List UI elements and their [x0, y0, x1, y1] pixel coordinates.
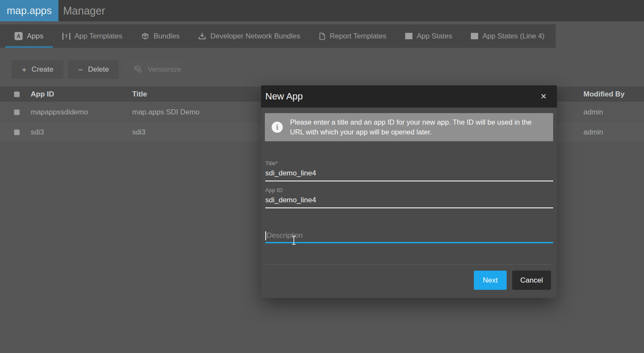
tab-label: App States (Line 4) — [482, 32, 545, 41]
row-checkbox[interactable] — [14, 129, 20, 135]
footer-divider — [265, 264, 553, 265]
tab-app-states-line4[interactable]: App States (Line 4) — [461, 24, 554, 48]
app-id-field-label: App ID: — [265, 187, 553, 193]
title-input[interactable]: sdi_demo_line4 — [265, 169, 553, 178]
next-button[interactable]: Next — [474, 271, 507, 290]
title-field: Title* sdi_demo_line4 — [265, 160, 553, 181]
info-text: Please enter a title and an app ID for y… — [290, 117, 546, 137]
app-templates-icon: T — [62, 33, 70, 40]
cell-title: map.apps SDI Demo — [132, 108, 200, 117]
cell-app-id: mapappssdidemo — [31, 108, 88, 117]
cell-modified-by: admin — [583, 128, 603, 137]
tab-developer-network-bundles[interactable]: Developer Network Bundles — [189, 24, 310, 48]
tab-label: App States — [417, 32, 452, 41]
description-input-underline-focused — [265, 242, 553, 243]
app-title: Manager — [63, 0, 105, 21]
tab-app-states[interactable]: App States — [396, 24, 461, 48]
plus-icon: + — [22, 66, 26, 74]
tab-label: App Templates — [75, 32, 122, 41]
description-placeholder: Description — [267, 231, 303, 240]
tab-apps[interactable]: A Apps — [5, 24, 53, 48]
info-icon: i — [272, 122, 283, 133]
new-app-dialog: New App ✕ i Please enter a title and an … — [261, 85, 557, 298]
file-icon — [319, 32, 325, 40]
row-checkbox[interactable] — [14, 109, 20, 115]
dialog-header: New App ✕ — [261, 85, 557, 108]
tab-report-templates[interactable]: Report Templates — [310, 24, 396, 48]
close-icon[interactable]: ✕ — [540, 93, 547, 100]
title-field-label: Title* — [265, 160, 553, 166]
cell-app-id: sdi3 — [31, 128, 44, 137]
tab-app-templates[interactable]: T App Templates — [53, 24, 132, 48]
apps-toolbar: + Create − Delete Versionize — [12, 60, 196, 79]
text-caret — [265, 231, 266, 240]
tab-bar: A Apps T App Templates Bundles Developer… — [0, 24, 556, 48]
column-header-app-id[interactable]: App ID — [31, 90, 54, 99]
tab-label: Developer Network Bundles — [210, 32, 300, 41]
app-id-input-underline — [265, 207, 553, 208]
minus-icon: − — [78, 66, 83, 74]
document-lines-icon — [471, 33, 478, 39]
download-icon — [198, 32, 206, 40]
column-header-modified-by[interactable]: Modified By — [583, 90, 624, 99]
cell-title: sdi3 — [132, 128, 145, 137]
description-field: Description — [265, 228, 553, 243]
select-all-checkbox[interactable] — [14, 91, 20, 97]
document-lines-icon — [405, 33, 412, 39]
tab-bundles[interactable]: Bundles — [132, 24, 189, 48]
title-input-underline — [265, 181, 553, 181]
info-message: i Please enter a title and an app ID for… — [265, 113, 553, 141]
cell-modified-by: admin — [583, 108, 603, 117]
versionize-cube-gear-icon — [133, 65, 142, 74]
top-bar: map.apps Manager — [0, 0, 644, 21]
create-button[interactable]: + Create — [12, 60, 64, 79]
tab-label: Bundles — [154, 32, 180, 41]
apps-icon: A — [15, 32, 23, 40]
app-id-input[interactable]: sdi_demo_line4 — [265, 196, 553, 205]
dialog-title: New App — [265, 91, 540, 102]
bundles-icon — [141, 32, 149, 40]
mapapps-logo: map.apps — [0, 0, 58, 21]
tab-label: Apps — [27, 32, 44, 41]
tab-label: Report Templates — [330, 32, 386, 41]
app-id-field: App ID: sdi_demo_line4 — [265, 187, 553, 208]
cancel-button[interactable]: Cancel — [512, 271, 551, 290]
delete-button[interactable]: − Delete — [68, 60, 119, 79]
description-input[interactable]: Description — [265, 231, 553, 240]
versionize-button[interactable]: Versionize — [123, 60, 191, 79]
column-header-title[interactable]: Title — [132, 90, 147, 99]
